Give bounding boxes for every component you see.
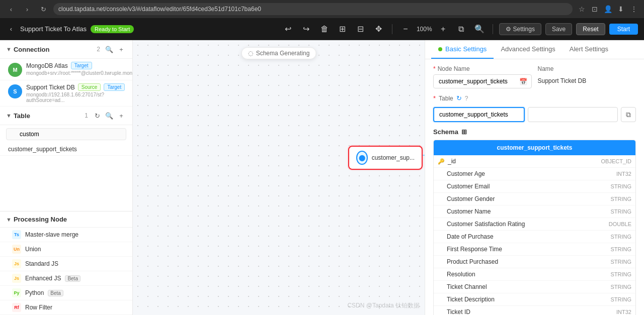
table-search-btn[interactable]: 🔍 <box>104 111 114 121</box>
table-name-input-second[interactable] <box>528 107 618 122</box>
table-item-customer-support[interactable]: customer_support_tickets <box>0 143 132 156</box>
mongo-info: MongoDB Atlas Target mongodb+srv://root:… <box>26 62 133 76</box>
undo-btn[interactable]: ↩ <box>281 22 295 36</box>
redo-btn[interactable]: ↪ <box>299 22 313 36</box>
processing-item-enhanced-js[interactable]: Js Enhanced JS Beta <box>0 271 132 286</box>
tab-basic-label: Basic Settings <box>445 45 487 53</box>
save-btn[interactable]: Save <box>545 23 572 35</box>
tab-advanced[interactable]: Advanced Settings <box>494 40 562 59</box>
source-node[interactable]: ⬤ customer_sup... <box>348 146 423 170</box>
field-name: Ticket Channel <box>447 283 610 290</box>
processing-section-header[interactable]: ▼ Processing Node <box>0 212 132 228</box>
union-label: Union <box>25 246 41 253</box>
schema-field-row: Ticket IDINT32 <box>434 306 635 315</box>
row-filter-label: Row Filter <box>25 304 52 311</box>
reset-btn[interactable]: Reset <box>576 23 605 35</box>
node-name-label: * Node Name <box>433 65 532 72</box>
processing-item-python[interactable]: Py Python Beta <box>0 286 132 300</box>
copy-canvas-btn[interactable]: ⧉ <box>454 22 468 36</box>
tab-basic[interactable]: Basic Settings <box>431 40 494 59</box>
tab-alert[interactable]: Alert Settings <box>562 40 615 59</box>
search-canvas-btn[interactable]: 🔍 <box>472 22 487 36</box>
connection-section-header[interactable]: ▼ Connection 2 🔍 + <box>0 40 132 59</box>
table-icons: ↻ 🔍 + <box>92 111 126 121</box>
field-name: Customer Name <box>447 208 610 215</box>
schema-container: customer_support_tickets 🔑_idOBJECT_IDCu… <box>433 140 636 315</box>
delete-btn[interactable]: 🗑 <box>317 22 332 36</box>
layout-btn[interactable]: ⊟ <box>354 22 368 36</box>
mongo-url: mongodb+srv://root:*****@cluster0.twrupl… <box>26 70 133 76</box>
bookmark-btn[interactable]: ☆ <box>577 4 587 14</box>
field-type: STRING <box>610 271 631 277</box>
zoom-pct: 100% <box>417 26 432 33</box>
field-name: Customer Age <box>447 170 616 177</box>
processing-item-union[interactable]: Un Union <box>0 242 132 257</box>
field-type: STRING <box>610 246 631 252</box>
start-btn[interactable]: Start <box>609 24 638 35</box>
table-help-icon[interactable]: ? <box>465 95 468 102</box>
schema-header: Schema ⊞ <box>433 128 636 136</box>
node-name-input[interactable] <box>434 75 515 88</box>
field-name: Product Purchased <box>447 258 610 265</box>
connection-section-title: Connection <box>14 46 97 53</box>
schema-table-header: customer_support_tickets <box>434 140 635 155</box>
page-title: Support Ticket To Atlas <box>20 25 87 33</box>
pointer-btn[interactable]: ✥ <box>372 22 386 36</box>
connection-add-btn[interactable]: + <box>116 44 126 54</box>
field-type: STRING <box>610 208 631 215</box>
app: ‹ Support Ticket To Atlas Ready to Start… <box>0 18 644 315</box>
profile-btn[interactable]: 👤 <box>603 4 613 14</box>
schema-field-row: Date of PurchaseSTRING <box>434 231 635 243</box>
table-search-input[interactable] <box>6 128 126 140</box>
field-type: STRING <box>610 234 631 240</box>
connection-item-mongo[interactable]: M MongoDB Atlas Target mongodb+srv://roo… <box>0 59 132 80</box>
connection-search-btn[interactable]: 🔍 <box>104 44 114 54</box>
browser-url-text: cloud.tapdata.net/console/v3/#/dataflow/… <box>58 6 261 13</box>
download-btn[interactable]: ⬇ <box>616 4 626 14</box>
browser-back-btn[interactable]: ‹ <box>5 3 17 15</box>
table-copy-btn[interactable]: ⧉ <box>621 107 636 122</box>
node-name-row: * Node Name 📅 Name Support Ticket DB <box>433 65 636 88</box>
field-name: Customer Gender <box>447 195 610 202</box>
support-name: Support Ticket DB <box>26 84 75 91</box>
field-type: OBJECT_ID <box>601 158 631 164</box>
table-reload-icon[interactable]: ↻ <box>456 94 462 102</box>
table-name-input[interactable] <box>433 107 525 122</box>
processing-item-row-filter[interactable]: Rf Row Filter <box>0 300 132 315</box>
browser-bar: ‹ › ↻ cloud.tapdata.net/console/v3/#/dat… <box>0 0 644 18</box>
table-section-header[interactable]: ▼ Table 1 ↻ 🔍 + <box>0 107 132 125</box>
browser-forward-btn[interactable]: › <box>21 3 33 15</box>
name-col: Name Support Ticket DB <box>538 65 636 88</box>
un-icon: Un <box>12 245 21 254</box>
table-reload-label: Table <box>439 95 453 102</box>
extensions-btn[interactable]: ⊡ <box>590 4 600 14</box>
canvas[interactable]: ◌ Schema Generating ⬤ customer_sup... Js… <box>133 40 425 315</box>
schema-spinner-icon: ◌ <box>248 50 253 57</box>
field-type: STRING <box>610 259 631 265</box>
connection-item-support[interactable]: S Support Ticket DB Source Target mongod… <box>0 80 132 107</box>
source-node-label: customer_sup... <box>372 154 415 161</box>
browser-refresh-btn[interactable]: ↻ <box>37 3 49 15</box>
right-panel: Basic Settings Advanced Settings Alert S… <box>425 40 644 315</box>
settings-btn[interactable]: ⚙ Settings <box>499 23 541 35</box>
watermark: CSDN @Tapdata 钛铂数据 <box>347 301 420 310</box>
toolbar-back-btn[interactable]: ‹ <box>6 24 16 34</box>
zoom-out-btn[interactable]: − <box>398 22 413 36</box>
table-add-btn[interactable]: + <box>116 111 126 121</box>
fit-btn[interactable]: ⊞ <box>336 22 350 36</box>
field-type: DOUBLE <box>609 221 631 227</box>
table-refresh-btn[interactable]: ↻ <box>92 111 102 121</box>
tab-advanced-label: Advanced Settings <box>501 45 555 53</box>
processing-item-master-slave[interactable]: Ts Master-slave merge <box>0 228 132 242</box>
tab-alert-label: Alert Settings <box>570 45 608 53</box>
settings-icon: ⚙ <box>506 26 511 33</box>
processing-section: ▼ Processing Node Ts Master-slave merge … <box>0 211 132 315</box>
menu-btn[interactable]: ⋮ <box>629 4 639 14</box>
enhanced-js-label: Enhanced JS <box>25 275 61 282</box>
schema-field-row: First Response TimeSTRING <box>434 243 635 256</box>
schema-field-row: ResolutionSTRING <box>434 268 635 281</box>
processing-item-standard-js[interactable]: Js Standard JS <box>0 257 132 271</box>
schema-icon: ⊞ <box>461 128 467 136</box>
zoom-in-btn[interactable]: + <box>436 22 450 36</box>
node-name-calendar-icon[interactable]: 📅 <box>515 78 531 85</box>
